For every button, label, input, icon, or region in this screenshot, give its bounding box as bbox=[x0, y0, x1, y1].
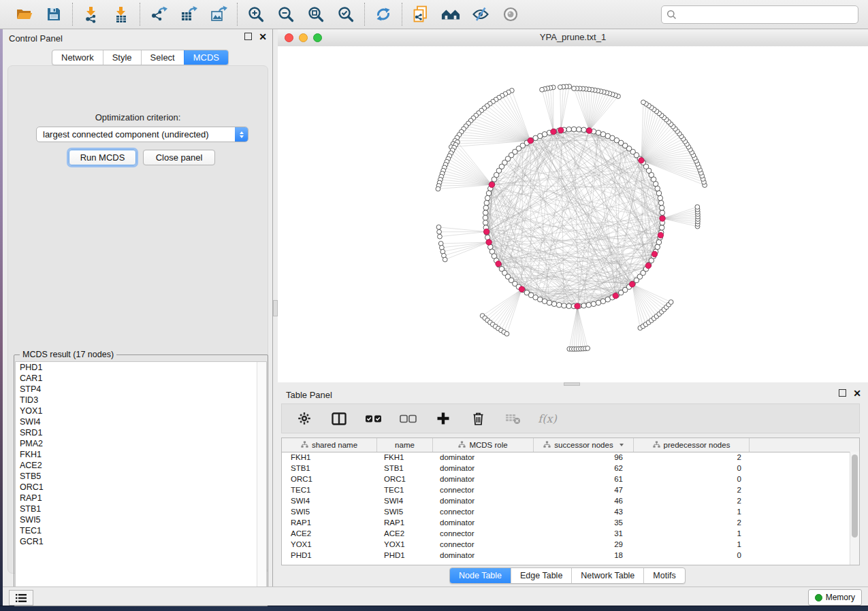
table-row[interactable]: SWI5SWI5connector431 bbox=[282, 507, 859, 518]
settings-gear-icon[interactable] bbox=[295, 410, 313, 427]
namespace-tree-icon bbox=[653, 441, 660, 450]
export-image-icon[interactable] bbox=[209, 5, 228, 24]
network-view-window: YPA_prune.txt_1 bbox=[278, 29, 868, 382]
table-row[interactable]: YOX1YOX1connector291 bbox=[282, 540, 859, 550]
import-table-icon[interactable] bbox=[112, 5, 131, 24]
tab-network[interactable]: Network bbox=[52, 50, 103, 65]
mcds-result-item[interactable]: YOX1 bbox=[16, 406, 266, 416]
namespace-tree-icon bbox=[458, 441, 466, 450]
search-box[interactable] bbox=[661, 5, 858, 24]
column-header-successor-nodes[interactable]: successor nodes bbox=[534, 438, 634, 452]
search-input[interactable] bbox=[679, 7, 858, 22]
mcds-result-item[interactable]: FKH1 bbox=[16, 449, 266, 460]
table-row[interactable]: STB1STB1dominator620 bbox=[282, 463, 859, 474]
mcds-result-item[interactable]: ORC1 bbox=[16, 482, 266, 493]
criterion-dropdown[interactable]: largest connected component (undirected) bbox=[36, 127, 248, 142]
network-canvas[interactable] bbox=[278, 46, 868, 382]
tab-select[interactable]: Select bbox=[141, 50, 184, 65]
table-row[interactable]: RAP1RAP1dominator352 bbox=[282, 518, 859, 529]
table-row[interactable]: PHD1PHD1dominator180 bbox=[282, 550, 859, 561]
zoom-in-icon[interactable] bbox=[246, 5, 266, 24]
task-history-button[interactable] bbox=[9, 590, 33, 606]
mcds-result-title: MCDS result (17 nodes) bbox=[20, 350, 116, 359]
splitter-handle[interactable] bbox=[273, 300, 278, 316]
mcds-result-item[interactable]: STP4 bbox=[16, 384, 266, 395]
column-header-filler bbox=[750, 438, 859, 452]
show-all-icon[interactable] bbox=[501, 5, 520, 24]
table-row[interactable]: ORC1ORC1dominator610 bbox=[282, 474, 859, 485]
tab-edge-table[interactable]: Edge Table bbox=[511, 568, 571, 583]
vertical-splitter[interactable] bbox=[273, 29, 278, 587]
table-panel-title: Table Panel bbox=[286, 390, 332, 400]
table-row[interactable]: TEC1TEC1connector472 bbox=[282, 485, 859, 496]
close-panel-button[interactable]: Close panel bbox=[143, 150, 215, 165]
view-group bbox=[402, 5, 529, 24]
desktop-wallpaper-bottom bbox=[0, 606, 868, 611]
unselect-all-icon[interactable] bbox=[400, 410, 417, 427]
memory-button[interactable]: Memory bbox=[808, 589, 862, 606]
select-all-icon[interactable] bbox=[365, 410, 383, 427]
export-network-icon[interactable] bbox=[149, 5, 168, 24]
add-row-icon[interactable] bbox=[434, 410, 452, 427]
import-group bbox=[73, 5, 140, 24]
tab-node-table[interactable]: Node Table bbox=[450, 568, 511, 583]
table-close-panel-icon[interactable]: ✕ bbox=[853, 390, 861, 397]
table-scrollbar-thumb[interactable] bbox=[852, 455, 858, 538]
mcds-result-item[interactable]: PHD1 bbox=[16, 362, 266, 373]
clone-network-icon[interactable] bbox=[411, 5, 430, 24]
zoom-fit-icon[interactable] bbox=[306, 5, 325, 24]
hide-selected-icon[interactable] bbox=[471, 5, 490, 24]
mcds-result-item[interactable]: SRD1 bbox=[16, 427, 266, 438]
control-panel-title: Control Panel bbox=[9, 33, 63, 44]
mcds-result-item[interactable]: SWI5 bbox=[16, 514, 266, 525]
run-mcds-button[interactable]: Run MCDS bbox=[69, 150, 136, 165]
toggle-columns-icon[interactable] bbox=[330, 410, 348, 427]
mcds-result-item[interactable]: PMA2 bbox=[16, 438, 266, 449]
mcds-result-item[interactable]: CAR1 bbox=[16, 373, 266, 384]
main-toolbar bbox=[0, 0, 868, 29]
first-neighbors-icon[interactable] bbox=[441, 5, 460, 24]
close-panel-icon[interactable]: ✕ bbox=[259, 33, 267, 40]
result-scrollbar[interactable] bbox=[257, 362, 266, 604]
table-header-row: shared namenameMCDS rolesuccessor nodesp… bbox=[282, 438, 859, 452]
table-panel: Table Panel ✕ bbox=[278, 386, 868, 587]
dropdown-stepper-icon bbox=[235, 127, 248, 142]
file-group bbox=[5, 5, 72, 24]
network-titlebar[interactable]: YPA_prune.txt_1 bbox=[278, 29, 868, 47]
table-float-window-icon[interactable] bbox=[839, 389, 846, 397]
export-table-icon[interactable] bbox=[179, 5, 198, 24]
table-body: FKH1FKH1dominator962STB1STB1dominator620… bbox=[282, 452, 859, 561]
mcds-result-item[interactable]: RAP1 bbox=[16, 493, 266, 503]
column-header-name[interactable]: name bbox=[377, 438, 433, 452]
tab-style[interactable]: Style bbox=[103, 50, 141, 65]
column-header-mcds-role[interactable]: MCDS role bbox=[433, 438, 534, 452]
zoom-out-icon[interactable] bbox=[276, 5, 295, 24]
refresh-icon[interactable] bbox=[374, 5, 393, 24]
zoom-group bbox=[238, 5, 364, 24]
criterion-selected-value: largest connected component (undirected) bbox=[37, 129, 235, 139]
tab-network-table[interactable]: Network Table bbox=[571, 568, 643, 583]
import-network-icon[interactable] bbox=[82, 5, 101, 24]
table-row[interactable]: ACE2ACE2connector311 bbox=[282, 529, 859, 540]
table-scrollbar[interactable] bbox=[850, 452, 859, 565]
column-header-shared-name[interactable]: shared name bbox=[282, 438, 377, 452]
zoom-selected-icon[interactable] bbox=[336, 5, 355, 24]
mcds-result-item[interactable]: TEC1 bbox=[16, 525, 266, 536]
open-file-icon[interactable] bbox=[14, 5, 33, 24]
save-session-icon[interactable] bbox=[44, 5, 63, 24]
mcds-result-item[interactable]: STB5 bbox=[16, 471, 266, 482]
mcds-result-item[interactable]: ACE2 bbox=[16, 460, 266, 471]
delete-rows-icon[interactable] bbox=[469, 410, 487, 427]
mcds-result-item[interactable]: GCR1 bbox=[16, 536, 266, 547]
mcds-result-item[interactable]: STB1 bbox=[16, 503, 266, 514]
table-row[interactable]: FKH1FKH1dominator962 bbox=[282, 452, 859, 463]
tab-motifs[interactable]: Motifs bbox=[643, 568, 684, 583]
mcds-result-item[interactable]: SWI4 bbox=[16, 416, 266, 427]
mcds-result-item[interactable]: TID3 bbox=[16, 395, 266, 406]
network-graph bbox=[278, 46, 868, 382]
float-window-icon[interactable] bbox=[244, 33, 252, 40]
tab-mcds[interactable]: MCDS bbox=[184, 50, 228, 65]
table-row[interactable]: SWI4SWI4dominator462 bbox=[282, 496, 859, 507]
column-header-predecessor-nodes[interactable]: predecessor nodes bbox=[634, 438, 750, 452]
optimization-criterion-label: Optimization criterion: bbox=[8, 112, 268, 122]
